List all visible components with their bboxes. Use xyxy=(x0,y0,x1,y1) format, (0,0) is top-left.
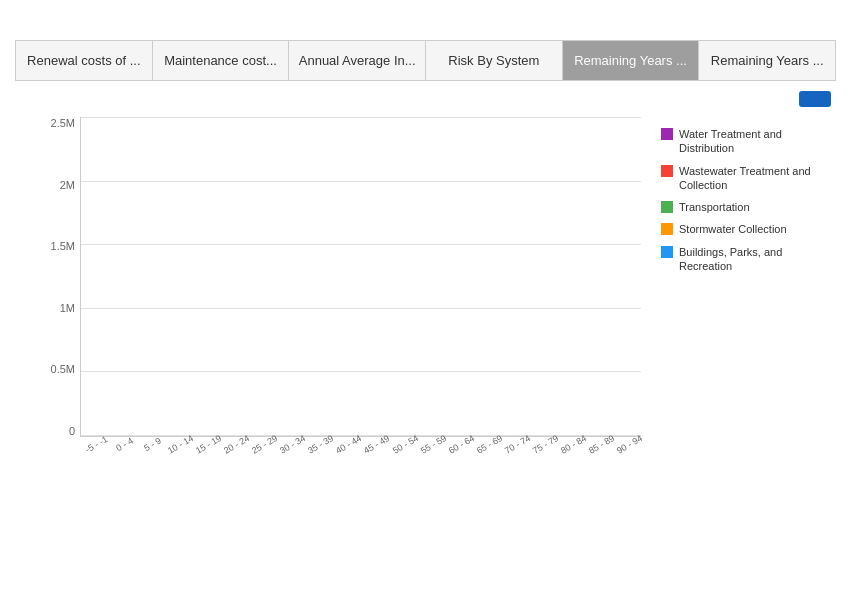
legend-label: Buildings, Parks, and Recreation xyxy=(679,245,831,274)
x-axis-label: 20 - 24 xyxy=(222,433,251,456)
x-axis-label: 85 - 89 xyxy=(587,433,616,456)
y-axis-label: 1.5M xyxy=(51,240,75,252)
x-axis-label: 25 - 29 xyxy=(250,433,279,456)
download-pdf-button[interactable] xyxy=(799,91,831,107)
x-axis-label: 35 - 39 xyxy=(306,433,335,456)
legend-item: Buildings, Parks, and Recreation xyxy=(661,245,831,274)
x-axis-label: 10 - 14 xyxy=(166,433,195,456)
bars-wrapper xyxy=(81,117,641,436)
chart-area: 2.5M2M1.5M1M0.5M0 -5 - -10 - 45 - 910 - … xyxy=(20,117,651,467)
x-axis-label: 75 - 79 xyxy=(531,433,560,456)
tab-annual-average[interactable]: Annual Average In... xyxy=(289,41,426,80)
x-axis-label: 45 - 49 xyxy=(362,433,391,456)
x-axis-label: 80 - 84 xyxy=(559,433,588,456)
legend-item: Water Treatment and Distribution xyxy=(661,127,831,156)
legend-color-box xyxy=(661,201,673,213)
x-axis-label: 55 - 59 xyxy=(418,433,447,456)
tab-renewal-costs[interactable]: Renewal costs of ... xyxy=(16,41,153,80)
legend-label: Transportation xyxy=(679,200,750,214)
x-axis-label: 5 - 9 xyxy=(138,433,167,456)
y-axis-label: 2.5M xyxy=(51,117,75,129)
y-axis-label: 1M xyxy=(60,302,75,314)
chart-container: 2.5M2M1.5M1M0.5M0 -5 - -10 - 45 - 910 - … xyxy=(20,117,831,487)
y-axis-label: 2M xyxy=(60,179,75,191)
x-axis-label: 90 - 94 xyxy=(615,433,644,456)
legend: Water Treatment and DistributionWastewat… xyxy=(651,117,831,467)
x-labels: -5 - -10 - 45 - 910 - 1415 - 1920 - 2425… xyxy=(80,437,641,467)
x-axis-label: 60 - 64 xyxy=(446,433,475,456)
legend-item: Stormwater Collection xyxy=(661,222,831,236)
chart-header xyxy=(20,91,831,107)
legend-color-box xyxy=(661,246,673,258)
legend-label: Wastewater Treatment and Collection xyxy=(679,164,831,193)
page-wrapper: Renewal costs of ...Maintenance cost...A… xyxy=(0,0,851,487)
y-axis-label: 0 xyxy=(69,425,75,437)
tab-bar: Renewal costs of ...Maintenance cost...A… xyxy=(15,40,836,81)
page-header xyxy=(0,0,851,30)
bars-area xyxy=(80,117,641,437)
tab-risk-by-system[interactable]: Risk By System xyxy=(426,41,563,80)
y-axis-label: 0.5M xyxy=(51,363,75,375)
y-axis: 2.5M2M1.5M1M0.5M0 xyxy=(30,117,80,437)
legend-label: Water Treatment and Distribution xyxy=(679,127,831,156)
x-axis-label: 65 - 69 xyxy=(475,433,504,456)
x-axis-label: 50 - 54 xyxy=(390,433,419,456)
tab-remaining-years-2[interactable]: Remaining Years ... xyxy=(699,41,835,80)
legend-label: Stormwater Collection xyxy=(679,222,787,236)
legend-color-box xyxy=(661,165,673,177)
content-area: 2.5M2M1.5M1M0.5M0 -5 - -10 - 45 - 910 - … xyxy=(0,91,851,487)
x-axis-label: 0 - 4 xyxy=(110,433,139,456)
x-axis-label: 70 - 74 xyxy=(503,433,532,456)
legend-item: Wastewater Treatment and Collection xyxy=(661,164,831,193)
legend-color-box xyxy=(661,223,673,235)
legend-item: Transportation xyxy=(661,200,831,214)
x-axis-label: 15 - 19 xyxy=(194,433,223,456)
x-axis-label: 30 - 34 xyxy=(278,433,307,456)
tab-remaining-years-1[interactable]: Remaining Years ... xyxy=(563,41,700,80)
x-axis-label: 40 - 44 xyxy=(334,433,363,456)
x-axis-label: -5 - -1 xyxy=(82,433,111,456)
tab-maintenance-costs[interactable]: Maintenance cost... xyxy=(153,41,290,80)
legend-color-box xyxy=(661,128,673,140)
